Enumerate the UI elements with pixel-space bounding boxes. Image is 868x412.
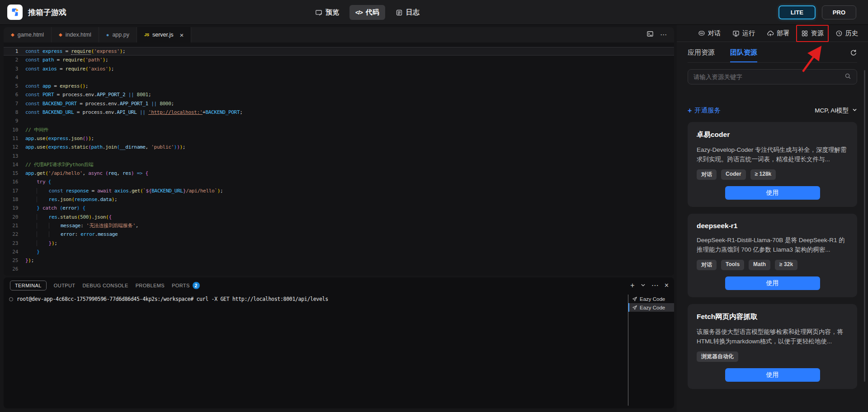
code-text: const response = await axios.get(`${BACK…	[25, 187, 674, 195]
search-input[interactable]	[693, 74, 844, 80]
code-line: 9	[4, 117, 674, 125]
resource-card: 卓易coderEazy-Develop-Coder 专注代码生成与补全，深度理解…	[688, 122, 857, 207]
file-tab-label: app.py	[112, 32, 129, 38]
panel-scrollbar[interactable]	[864, 70, 865, 382]
code-line: 21 message: '无法连接到后端服务',	[4, 221, 674, 230]
card-title: 卓易coder	[697, 130, 848, 140]
line-number: 9	[4, 117, 25, 125]
terminal-tab-problems[interactable]: PROBLEMS	[136, 283, 165, 288]
terminal-output[interactable]: root@dev-app-4c68cc-1757990596-77d6d86d4…	[4, 294, 628, 408]
chat-icon	[698, 30, 705, 37]
html-icon: ◆	[11, 33, 14, 37]
code-text: error: error.message	[25, 230, 674, 239]
code-text: app.use(express.json());	[25, 134, 674, 143]
file-tab-server.js[interactable]: JSserver.js×	[137, 27, 191, 42]
code-line: 6const PORT = process.env.APP_PORT_2 || …	[4, 90, 674, 99]
terminal-session-list: Eazy CodeEazy Code	[628, 294, 674, 408]
line-number: 14	[4, 160, 25, 169]
new-terminal-icon[interactable]: +	[630, 282, 634, 289]
open-service-link[interactable]: + 开通服务	[688, 106, 721, 115]
code-text: const PORT = process.env.APP_PORT_2 || 8…	[25, 90, 674, 99]
resource-tab-应用资源[interactable]: 应用资源	[688, 48, 715, 62]
code-line: 16 try {	[4, 178, 674, 186]
code-line: 3const axios = require('axios');	[4, 65, 674, 73]
view-tab-预览[interactable]: 预览	[309, 5, 345, 20]
send-icon	[632, 296, 637, 302]
view-tab-日志[interactable]: 日志	[390, 5, 425, 20]
terminal-command: curl -X GET http://localhost:8001/api/le…	[193, 296, 328, 302]
open-terminal-icon[interactable]	[646, 30, 654, 39]
panel-nav-label: 对话	[708, 29, 721, 37]
code-text: const express = require('express');	[25, 47, 674, 56]
search-icon[interactable]	[844, 73, 851, 81]
panel-nav-item-run[interactable]: 运行	[732, 29, 755, 37]
use-button[interactable]: 使用	[725, 186, 820, 200]
file-tab-index.html[interactable]: ◆index.html	[52, 27, 99, 42]
code-line: 5const app = express();	[4, 82, 674, 90]
view-tab-label: 代码	[366, 8, 379, 17]
file-tab-game.html[interactable]: ◆game.html	[4, 27, 52, 42]
run-icon	[732, 30, 740, 37]
terminal-more-icon[interactable]: ⋯	[651, 282, 659, 289]
code-line: 24 }	[4, 248, 674, 256]
more-actions-icon[interactable]: ⋯	[660, 31, 667, 39]
card-title: deepseek-r1	[697, 222, 848, 230]
use-button[interactable]: 使用	[725, 368, 820, 382]
terminal-session-item[interactable]: Eazy Code	[628, 303, 674, 312]
terminal-tab-label: OUTPUT	[54, 283, 75, 288]
line-number: 17	[4, 187, 25, 195]
code-line: 15app.get('/api/hello', async (req, res)…	[4, 169, 674, 178]
code-text	[25, 117, 674, 125]
code-line: 14// 代理API请求到Python后端	[4, 160, 674, 169]
panel-nav-item-history[interactable]: 历史	[835, 29, 858, 37]
panel-nav-item-deploy[interactable]: 部署	[767, 29, 789, 37]
preview-icon	[315, 9, 322, 16]
view-tab-代码[interactable]: </>代码	[349, 5, 385, 20]
ports-badge: 2	[193, 282, 200, 289]
file-tab-bar: ◆game.html◆index.html●app.pyJSserver.js×…	[4, 27, 674, 42]
terminal-tab-debug-console[interactable]: DEBUG CONSOLE	[82, 283, 128, 288]
terminal-tab-terminal[interactable]: TERMINAL	[10, 281, 47, 290]
card-tag: ≥ 128k	[750, 169, 776, 180]
card-description: Eazy-Develop-Coder 专注代码生成与补全，深度理解需求到实现。跨…	[697, 145, 848, 164]
terminal-session-item[interactable]: Eazy Code	[628, 295, 674, 303]
terminal-dropdown-icon[interactable]	[641, 281, 646, 290]
file-tab-label: server.js	[152, 32, 174, 38]
file-tab-app.py[interactable]: ●app.py	[99, 27, 137, 42]
session-label: Eazy Code	[640, 305, 665, 310]
code-text: const BACKEND_PORT = process.env.APP_POR…	[25, 99, 674, 108]
code-line: 25});	[4, 256, 674, 265]
card-tag: 浏览器自动化	[697, 351, 738, 362]
close-tab-icon[interactable]: ×	[180, 32, 184, 38]
panel-nav-item-chat[interactable]: 对话	[698, 29, 721, 37]
resource-filter-dropdown[interactable]: MCP, AI模型	[815, 107, 857, 115]
resource-card-list: 卓易coderEazy-Develop-Coder 专注代码生成与补全，深度理解…	[688, 122, 857, 389]
panel-nav-label: 历史	[845, 29, 858, 37]
terminal-tab-label: PORTS	[172, 283, 190, 288]
refresh-icon[interactable]	[850, 49, 857, 62]
terminal-tabs: TERMINALOUTPUTDEBUG CONSOLEPROBLEMSPORTS…	[10, 281, 207, 290]
line-number: 25	[4, 256, 25, 265]
code-text: res.status(500).json({	[25, 213, 674, 221]
panel-nav-label: 资源	[811, 29, 824, 37]
terminal-prompt: root@dev-app-4c68cc-1757990596-77d6d86d4…	[17, 296, 193, 302]
code-text: // 代理API请求到Python后端	[25, 160, 674, 169]
card-tag: Tools	[721, 260, 744, 270]
panel-nav-item-resources[interactable]: 资源	[801, 29, 824, 37]
terminal-close-icon[interactable]: ×	[665, 282, 669, 289]
line-number: 22	[4, 230, 25, 239]
resource-tab-团队资源[interactable]: 团队资源	[730, 48, 757, 62]
code-editor-content[interactable]: 1const express = require('express');2con…	[4, 42, 674, 276]
lite-button[interactable]: LITE	[778, 5, 816, 19]
terminal-sash[interactable]	[628, 295, 628, 406]
card-tag: 对话	[697, 169, 717, 180]
terminal-tab-output[interactable]: OUTPUT	[54, 283, 75, 288]
code-text	[25, 73, 674, 82]
html-icon: ◆	[59, 33, 62, 37]
card-description: 该服务器使大型语言模型能够检索和处理网页内容，将HTML转换为markdown格…	[697, 327, 848, 346]
pro-button[interactable]: PRO	[822, 5, 856, 19]
terminal-tab-ports[interactable]: PORTS2	[172, 282, 200, 289]
line-number: 8	[4, 108, 25, 117]
use-button[interactable]: 使用	[725, 276, 820, 290]
code-text	[25, 265, 674, 273]
